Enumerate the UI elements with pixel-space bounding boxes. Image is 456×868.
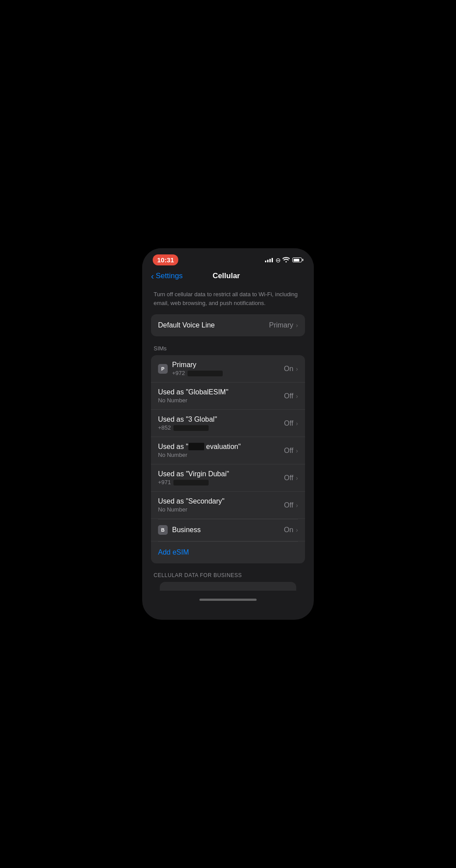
- sim-evaluation-status: Off ›: [284, 447, 298, 455]
- sim-evaluation-row[interactable]: Used as " evaluation" No Number Off ›: [151, 437, 305, 464]
- sim-virginDubai-chevron-icon: ›: [296, 474, 298, 482]
- sim-primary-badge: P: [158, 364, 168, 374]
- sim-business-status: On ›: [284, 526, 298, 534]
- sim-primary-row[interactable]: P Primary +972 On ›: [151, 355, 305, 383]
- back-button[interactable]: ‹ Settings: [151, 272, 183, 280]
- sim-3global-name: Used as "3 Global": [158, 416, 217, 423]
- time-display: 10:31: [153, 254, 178, 265]
- sim-virginDubai-row[interactable]: Used as "Virgin Dubai" +971 Off ›: [151, 464, 305, 492]
- battery-icon: [292, 257, 303, 262]
- sim-business-chevron-icon: ›: [296, 526, 298, 533]
- bottom-section-peek: [160, 582, 296, 591]
- sim-secondary-name: Used as "Secondary": [158, 497, 224, 505]
- default-voice-line-row[interactable]: Default Voice Line Primary ›: [151, 314, 305, 336]
- sim-globalEsim-content: Used as "GlobalESIM" No Number: [158, 388, 228, 404]
- sim-globalEsim-status: Off ›: [284, 392, 298, 400]
- sim-evaluation-chevron-icon: ›: [296, 447, 298, 454]
- sim-globalEsim-name: Used as "GlobalESIM": [158, 388, 228, 396]
- default-voice-line-label: Default Voice Line: [158, 321, 215, 329]
- sim-primary-chevron-icon: ›: [296, 365, 298, 372]
- phone-frame: 10:31 ⊖: [142, 248, 314, 620]
- sim-primary-name: Primary: [172, 361, 223, 369]
- sim-virginDubai-status: Off ›: [284, 474, 298, 482]
- status-icons: ⊖: [265, 257, 303, 264]
- sim-primary-number-redacted: [188, 371, 223, 376]
- add-esim-label: Add eSIM: [158, 548, 189, 556]
- sim-business-row[interactable]: B Business On ›: [151, 519, 305, 541]
- signal-bars-icon: [265, 258, 273, 262]
- sim-primary-status: On ›: [284, 365, 298, 373]
- sim-secondary-content: Used as "Secondary" No Number: [158, 497, 224, 513]
- sim-3global-row[interactable]: Used as "3 Global" +852 Off ›: [151, 410, 305, 437]
- wifi-icon: ⊖: [276, 257, 290, 264]
- sim-business-left: B Business: [158, 525, 284, 535]
- sim-business-name: Business: [172, 526, 201, 534]
- sim-primary-number: +972: [172, 370, 223, 376]
- default-voice-line-group: Default Voice Line Primary ›: [151, 314, 305, 336]
- sim-evaluation-content: Used as " evaluation" No Number: [158, 443, 241, 458]
- sim-3global-status: Off ›: [284, 419, 298, 427]
- sim-3global-content: Used as "3 Global" +852: [158, 416, 217, 431]
- sim-primary-left: P Primary +972: [158, 361, 284, 376]
- sim-secondary-chevron-icon: ›: [296, 502, 298, 509]
- sims-group: P Primary +972 On › Used: [151, 355, 305, 563]
- home-indicator: [142, 595, 314, 603]
- back-label: Settings: [156, 272, 183, 280]
- sim-business-badge: B: [158, 525, 168, 535]
- sim-secondary-left: Used as "Secondary" No Number: [158, 497, 284, 513]
- sim-3global-number: +852: [158, 424, 217, 431]
- chevron-right-icon: ›: [296, 322, 298, 329]
- sim-virginDubai-name: Used as "Virgin Dubai": [158, 470, 229, 478]
- status-bar: 10:31 ⊖: [142, 248, 314, 268]
- sim-globalEsim-row[interactable]: Used as "GlobalESIM" No Number Off ›: [151, 383, 305, 410]
- add-esim-row[interactable]: Add eSIM: [151, 541, 305, 563]
- sim-globalEsim-chevron-icon: ›: [296, 393, 298, 400]
- content-area: Turn off cellular data to restrict all d…: [142, 286, 314, 591]
- sim-primary-content: Primary +972: [172, 361, 223, 376]
- page-title: Cellular: [213, 272, 240, 280]
- cellular-data-section-label: CELLULAR DATA FOR BUSINESS: [151, 572, 305, 582]
- sim-3global-left: Used as "3 Global" +852: [158, 416, 284, 431]
- default-voice-line-value: Primary ›: [269, 321, 298, 329]
- sim-secondary-row[interactable]: Used as "Secondary" No Number Off ›: [151, 492, 305, 519]
- sim-virginDubai-number: +971: [158, 479, 229, 485]
- sim-evaluation-number: No Number: [158, 452, 241, 458]
- sim-evaluation-name: Used as " evaluation": [158, 443, 241, 451]
- sim-3global-number-redacted: [173, 425, 209, 431]
- sims-section-label: SIMs: [151, 345, 305, 355]
- back-chevron-icon: ‹: [151, 272, 154, 280]
- sim-evaluation-left: Used as " evaluation" No Number: [158, 443, 284, 458]
- sim-secondary-status: Off ›: [284, 501, 298, 509]
- sim-virginDubai-number-redacted: [173, 480, 209, 485]
- sim-virginDubai-left: Used as "Virgin Dubai" +971: [158, 470, 284, 485]
- description-text: Turn off cellular data to restrict all d…: [151, 286, 305, 314]
- sim-globalEsim-number: No Number: [158, 397, 228, 404]
- sim-secondary-number: No Number: [158, 506, 224, 513]
- sim-virginDubai-content: Used as "Virgin Dubai" +971: [158, 470, 229, 485]
- sim-globalEsim-left: Used as "GlobalESIM" No Number: [158, 388, 284, 404]
- home-bar: [199, 599, 257, 601]
- nav-bar: ‹ Settings Cellular: [142, 268, 314, 286]
- sim-3global-chevron-icon: ›: [296, 420, 298, 427]
